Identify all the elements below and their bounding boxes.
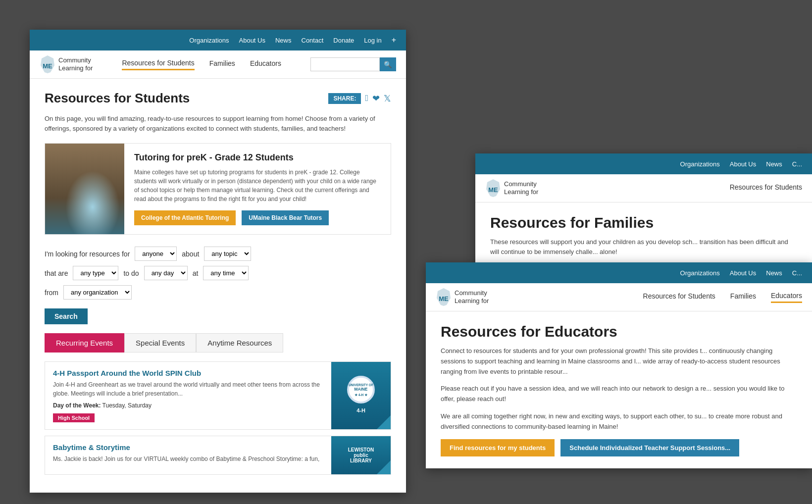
- nav-families[interactable]: Families: [209, 59, 235, 69]
- share-row: SHARE:  ❤ 𝕏: [328, 93, 391, 104]
- families-nav-about[interactable]: About Us: [730, 160, 756, 168]
- filter-time-select[interactable]: any time: [203, 266, 249, 280]
- svg-text:ME: ME: [439, 295, 449, 302]
- coa-tutoring-button[interactable]: College of the Atlantic Tutoring: [134, 210, 236, 225]
- event-body-2: Babytime & Storytime Ms. Jackie is back!…: [45, 436, 331, 474]
- educators-nav-organizations[interactable]: Organizations: [680, 269, 720, 277]
- nav-login[interactable]: Log in: [364, 37, 381, 44]
- filter-org-select[interactable]: any organization: [63, 285, 132, 300]
- families-nav-students[interactable]: Resources for Students: [730, 183, 802, 193]
- tutoring-description: Maine colleges have set up tutoring prog…: [134, 168, 381, 203]
- svg-text:★ 4-H ★: ★ 4-H ★: [355, 393, 368, 397]
- filter-topic-select[interactable]: any topic: [204, 247, 251, 261]
- logo-text: Community Learning for: [58, 56, 93, 72]
- families-logo: ME Community Learning for: [485, 178, 538, 198]
- educators-main-nav: Resources for Students Families Educator…: [643, 292, 802, 303]
- tutoring-title: Tutoring for preK - Grade 12 Students: [134, 152, 381, 163]
- facebook-share-icon[interactable]: : [365, 93, 368, 103]
- umaine-tutoring-button[interactable]: UMaine Black Bear Tutors: [242, 210, 329, 225]
- filter-at-label: at: [193, 269, 199, 277]
- event-badge-1: High School: [53, 413, 95, 422]
- filter-section: I'm looking for resources for anyone abo…: [45, 247, 391, 324]
- event-title-2[interactable]: Babytime & Storytime: [53, 443, 323, 452]
- families-main-nav: Resources for Students: [730, 183, 802, 193]
- tab-anytime-resources[interactable]: Anytime Resources: [196, 333, 283, 353]
- filter-that-are-label: that are: [45, 269, 68, 277]
- tab-special-events[interactable]: Special Events: [124, 333, 196, 353]
- educators-page-content: Resources for Educators Connect to resou…: [426, 311, 812, 468]
- event-title-1[interactable]: 4-H Passport Around the World SPIN Club: [53, 369, 323, 377]
- families-logo-shape: ME: [485, 178, 501, 198]
- nav-organizations[interactable]: Organizations: [189, 37, 229, 44]
- main-window: Organizations About Us News Contact Dona…: [30, 30, 406, 493]
- filter-looking-for-label: I'm looking for resources for: [45, 250, 130, 258]
- filter-search-button[interactable]: Search: [45, 308, 88, 324]
- families-window: Organizations About Us News C... ME Comm…: [475, 153, 812, 268]
- nav-news[interactable]: News: [275, 37, 292, 44]
- filter-day-select[interactable]: any day: [144, 266, 188, 280]
- educators-nav-about[interactable]: About Us: [730, 269, 756, 277]
- site-header: ME Community Learning for Resources for …: [30, 50, 406, 79]
- twitter-share-icon[interactable]: 𝕏: [384, 93, 391, 104]
- educators-nav-educators[interactable]: Educators: [771, 292, 802, 303]
- families-nav-organizations[interactable]: Organizations: [680, 160, 720, 168]
- page-title: Resources for Students: [45, 91, 190, 106]
- svg-text:ME: ME: [43, 62, 52, 70]
- corner-fold-2: [377, 460, 391, 474]
- event-desc-1: Join 4-H and Greenheart as we travel aro…: [53, 380, 323, 398]
- filter-anyone-select[interactable]: anyone: [135, 247, 177, 261]
- svg-text:ME: ME: [488, 186, 498, 194]
- filter-from-label: from: [45, 289, 58, 297]
- event-body-1: 4-H Passport Around the World SPIN Club …: [45, 362, 331, 429]
- event-logo-1: UNIVERSITY OF MAINE ★ 4-H ★ 4-H: [331, 362, 391, 429]
- nav-educators[interactable]: Educators: [250, 59, 281, 69]
- tutoring-body: Tutoring for preK - Grade 12 Students Ma…: [124, 144, 391, 234]
- logo: ME Community Learning for: [40, 54, 93, 74]
- filter-type-select[interactable]: any type: [73, 266, 118, 280]
- nav-contact[interactable]: Contact: [302, 37, 324, 44]
- families-logo-text: Community Learning for: [504, 180, 538, 196]
- pinterest-share-icon[interactable]: ❤: [372, 93, 380, 104]
- educators-logo: ME Community Learning for: [436, 287, 489, 307]
- families-top-nav: Organizations About Us News C...: [475, 153, 812, 174]
- tutoring-buttons: College of the Atlantic Tutoring UMaine …: [134, 210, 381, 225]
- facebook-icon[interactable]: +: [392, 36, 396, 45]
- families-page-content: Resources for Families These resources w…: [475, 202, 812, 268]
- educators-logo-shape: ME: [436, 287, 452, 307]
- filter-row-3: from any organization: [45, 285, 391, 300]
- families-nav-more: C...: [792, 160, 802, 168]
- event-day-1: Day of the Week: Tuesday, Saturday: [53, 402, 323, 409]
- educators-nav-students[interactable]: Resources for Students: [643, 292, 715, 302]
- families-nav-news[interactable]: News: [766, 160, 782, 168]
- search-bar: 🔍: [310, 57, 396, 71]
- page-title-row: Resources for Students SHARE:  ❤ 𝕏: [45, 91, 391, 106]
- svg-text:MAINE: MAINE: [355, 387, 368, 392]
- educators-buttons: Find resources for my students Schedule …: [441, 439, 797, 456]
- find-resources-button[interactable]: Find resources for my students: [441, 439, 555, 456]
- families-description: These resources will support you and you…: [490, 237, 797, 256]
- logo-shape: ME: [40, 54, 55, 74]
- nav-donate[interactable]: Donate: [333, 37, 354, 44]
- schedule-support-button[interactable]: Schedule Individualized Teacher Support …: [560, 439, 739, 456]
- main-nav: Resources for Students Families Educator…: [122, 59, 281, 70]
- educators-desc-1: Connect to resources for students and fo…: [441, 346, 797, 377]
- educators-page-title: Resources for Educators: [441, 323, 797, 340]
- filter-about-label: about: [182, 250, 199, 258]
- tutoring-image: [45, 144, 124, 234]
- tabs-row: Recurring Events Special Events Anytime …: [45, 333, 391, 353]
- event-card-2: Babytime & Storytime Ms. Jackie is back!…: [45, 436, 391, 475]
- filter-row-1: I'm looking for resources for anyone abo…: [45, 247, 391, 261]
- filter-to-do-label: to do: [123, 269, 139, 277]
- event-desc-2: Ms. Jackie is back! Join us for our VIRT…: [53, 454, 323, 463]
- educators-nav-families[interactable]: Families: [730, 292, 756, 302]
- search-input[interactable]: [310, 57, 380, 71]
- nav-students[interactable]: Resources for Students: [122, 59, 194, 70]
- event-logo-text-2: LEWISTONpublicLIBRARY: [345, 444, 377, 466]
- tab-recurring-events[interactable]: Recurring Events: [45, 333, 124, 353]
- event-logo-text-1: 4-H: [355, 405, 367, 415]
- search-submit-button[interactable]: 🔍: [380, 57, 396, 71]
- top-nav-bar: Organizations About Us News Contact Dona…: [30, 30, 406, 50]
- page-description: On this page, you will find amazing, rea…: [45, 114, 391, 133]
- nav-about[interactable]: About Us: [239, 37, 265, 44]
- educators-nav-news[interactable]: News: [766, 269, 782, 277]
